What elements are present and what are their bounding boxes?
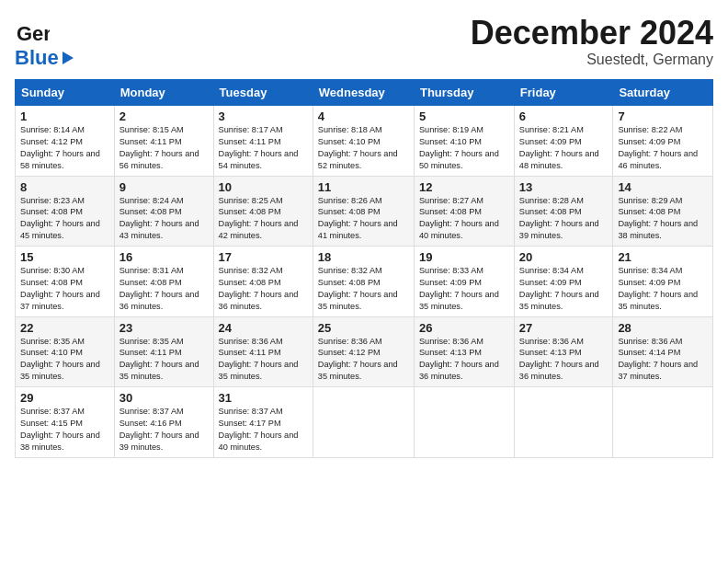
day-info: Sunrise: 8:29 AMSunset: 4:08 PMDaylight:… [618,195,708,243]
table-row: 20Sunrise: 8:34 AMSunset: 4:09 PMDayligh… [514,247,613,317]
day-info: Sunrise: 8:22 AMSunset: 4:09 PMDaylight:… [618,124,708,172]
day-info: Sunrise: 8:33 AMSunset: 4:09 PMDaylight:… [419,265,509,313]
day-number: 23 [119,321,209,335]
title-block: December 2024 Suestedt, Germany [471,15,713,68]
day-info: Sunrise: 8:37 AMSunset: 4:16 PMDaylight:… [119,406,209,454]
table-row: 4Sunrise: 8:18 AMSunset: 4:10 PMDaylight… [313,106,414,177]
day-info: Sunrise: 8:34 AMSunset: 4:09 PMDaylight:… [618,265,708,313]
calendar-week-row: 8Sunrise: 8:23 AMSunset: 4:08 PMDaylight… [16,176,713,247]
table-row: 5Sunrise: 8:19 AMSunset: 4:10 PMDaylight… [414,106,514,177]
calendar-table: Sunday Monday Tuesday Wednesday Thursday… [15,79,713,458]
day-number: 11 [318,180,409,194]
day-info: Sunrise: 8:36 AMSunset: 4:11 PMDaylight:… [219,336,308,384]
day-number: 18 [318,250,409,264]
table-row: 31Sunrise: 8:37 AMSunset: 4:17 PMDayligh… [213,387,313,458]
table-row: 3Sunrise: 8:17 AMSunset: 4:11 PMDaylight… [213,106,313,177]
col-tuesday: Tuesday [213,80,313,106]
day-number: 26 [419,321,509,335]
table-row: 23Sunrise: 8:35 AMSunset: 4:11 PMDayligh… [114,316,213,387]
logo-arrow [63,52,74,64]
day-info: Sunrise: 8:14 AMSunset: 4:12 PMDaylight:… [20,124,109,172]
day-number: 17 [219,250,308,264]
calendar-week-row: 29Sunrise: 8:37 AMSunset: 4:15 PMDayligh… [16,387,713,458]
day-number: 13 [519,180,609,194]
table-row: 17Sunrise: 8:32 AMSunset: 4:08 PMDayligh… [213,247,313,317]
day-number: 20 [519,250,609,264]
day-number: 15 [20,250,109,264]
logo-text-blue: Blue [15,46,59,70]
day-info: Sunrise: 8:36 AMSunset: 4:13 PMDaylight:… [419,336,509,384]
table-row [414,387,514,458]
table-row: 14Sunrise: 8:29 AMSunset: 4:08 PMDayligh… [613,176,713,247]
col-friday: Friday [514,80,613,106]
svg-text:General: General [17,22,50,45]
day-number: 24 [219,321,308,335]
table-row: 27Sunrise: 8:36 AMSunset: 4:13 PMDayligh… [514,316,613,387]
table-row: 2Sunrise: 8:15 AMSunset: 4:11 PMDaylight… [114,106,213,177]
day-number: 16 [119,250,209,264]
table-row: 8Sunrise: 8:23 AMSunset: 4:08 PMDaylight… [16,176,115,247]
day-number: 5 [419,109,509,123]
table-row: 13Sunrise: 8:28 AMSunset: 4:08 PMDayligh… [514,176,613,247]
day-number: 4 [318,109,409,123]
table-row: 28Sunrise: 8:36 AMSunset: 4:14 PMDayligh… [613,316,713,387]
col-thursday: Thursday [414,80,514,106]
day-info: Sunrise: 8:36 AMSunset: 4:12 PMDaylight:… [318,336,409,384]
day-info: Sunrise: 8:35 AMSunset: 4:10 PMDaylight:… [20,336,109,384]
logo: General Blue [15,15,74,70]
col-wednesday: Wednesday [313,80,414,106]
day-number: 29 [20,391,109,405]
table-row: 16Sunrise: 8:31 AMSunset: 4:08 PMDayligh… [114,247,213,317]
day-number: 14 [618,180,708,194]
table-row [313,387,414,458]
day-number: 9 [119,180,209,194]
day-info: Sunrise: 8:36 AMSunset: 4:14 PMDaylight:… [618,336,708,384]
day-info: Sunrise: 8:21 AMSunset: 4:09 PMDaylight:… [519,124,609,172]
col-saturday: Saturday [613,80,713,106]
day-info: Sunrise: 8:17 AMSunset: 4:11 PMDaylight:… [219,124,308,172]
day-info: Sunrise: 8:31 AMSunset: 4:08 PMDaylight:… [119,265,209,313]
day-info: Sunrise: 8:37 AMSunset: 4:17 PMDaylight:… [219,406,308,454]
calendar-header-row: Sunday Monday Tuesday Wednesday Thursday… [16,80,713,106]
day-number: 8 [20,180,109,194]
table-row: 15Sunrise: 8:30 AMSunset: 4:08 PMDayligh… [16,247,115,317]
day-info: Sunrise: 8:28 AMSunset: 4:08 PMDaylight:… [519,195,609,243]
calendar-week-row: 15Sunrise: 8:30 AMSunset: 4:08 PMDayligh… [16,247,713,317]
day-info: Sunrise: 8:26 AMSunset: 4:08 PMDaylight:… [318,195,409,243]
day-number: 1 [20,109,109,123]
day-info: Sunrise: 8:32 AMSunset: 4:08 PMDaylight:… [219,265,308,313]
table-row: 19Sunrise: 8:33 AMSunset: 4:09 PMDayligh… [414,247,514,317]
table-row: 1Sunrise: 8:14 AMSunset: 4:12 PMDaylight… [16,106,115,177]
day-info: Sunrise: 8:36 AMSunset: 4:13 PMDaylight:… [519,336,609,384]
table-row [514,387,613,458]
day-info: Sunrise: 8:32 AMSunset: 4:08 PMDaylight:… [318,265,409,313]
table-row: 18Sunrise: 8:32 AMSunset: 4:08 PMDayligh… [313,247,414,317]
table-row: 9Sunrise: 8:24 AMSunset: 4:08 PMDaylight… [114,176,213,247]
table-row: 10Sunrise: 8:25 AMSunset: 4:08 PMDayligh… [213,176,313,247]
day-info: Sunrise: 8:35 AMSunset: 4:11 PMDaylight:… [119,336,209,384]
day-number: 10 [219,180,308,194]
day-info: Sunrise: 8:24 AMSunset: 4:08 PMDaylight:… [119,195,209,243]
day-number: 3 [219,109,308,123]
table-row: 29Sunrise: 8:37 AMSunset: 4:15 PMDayligh… [16,387,115,458]
table-row: 26Sunrise: 8:36 AMSunset: 4:13 PMDayligh… [414,316,514,387]
day-number: 25 [318,321,409,335]
calendar-title: December 2024 [471,15,713,52]
day-number: 7 [618,109,708,123]
table-row: 21Sunrise: 8:34 AMSunset: 4:09 PMDayligh… [613,247,713,317]
table-row: 12Sunrise: 8:27 AMSunset: 4:08 PMDayligh… [414,176,514,247]
day-number: 28 [618,321,708,335]
table-row: 22Sunrise: 8:35 AMSunset: 4:10 PMDayligh… [16,316,115,387]
day-info: Sunrise: 8:34 AMSunset: 4:09 PMDaylight:… [519,265,609,313]
page-header: General Blue December 2024 Suestedt, Ger… [15,15,713,70]
day-number: 31 [219,391,308,405]
day-info: Sunrise: 8:27 AMSunset: 4:08 PMDaylight:… [419,195,509,243]
table-row: 30Sunrise: 8:37 AMSunset: 4:16 PMDayligh… [114,387,213,458]
page-container: General Blue December 2024 Suestedt, Ger… [0,0,728,465]
col-sunday: Sunday [16,80,115,106]
table-row [613,387,713,458]
day-number: 6 [519,109,609,123]
day-number: 27 [519,321,609,335]
col-monday: Monday [114,80,213,106]
day-number: 19 [419,250,509,264]
